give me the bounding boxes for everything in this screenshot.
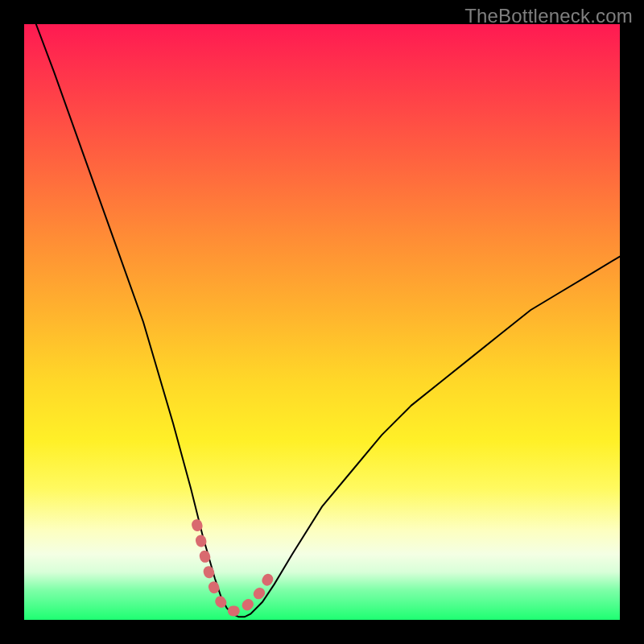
watermark-text: TheBottleneck.com xyxy=(464,5,633,27)
highlight-segment-path xyxy=(197,525,275,611)
plot-area xyxy=(24,24,620,620)
chart-frame: TheBottleneck.com xyxy=(0,0,644,644)
curve-svg xyxy=(24,24,620,620)
bottleneck-curve-path xyxy=(36,24,620,617)
